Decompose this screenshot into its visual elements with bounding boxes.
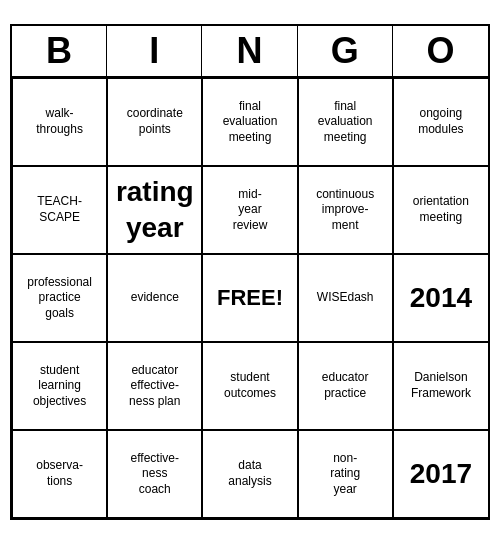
bingo-cell: FREE! — [202, 254, 297, 342]
bingo-cell: finalevaluationmeeting — [202, 78, 297, 166]
bingo-cell: observa-tions — [12, 430, 107, 518]
bingo-cell: studentlearningobjectives — [12, 342, 107, 430]
bingo-cell: DanielsonFramework — [393, 342, 488, 430]
bingo-card: BINGO walk-throughscoordinatepointsfinal… — [10, 24, 490, 520]
bingo-cell: educatorpractice — [298, 342, 393, 430]
bingo-cell: walk-throughs — [12, 78, 107, 166]
bingo-cell: ongoingmodules — [393, 78, 488, 166]
bingo-cell: 2014 — [393, 254, 488, 342]
bingo-cell: coordinatepoints — [107, 78, 202, 166]
bingo-cell: continuousimprove-ment — [298, 166, 393, 254]
bingo-cell: TEACH-SCAPE — [12, 166, 107, 254]
bingo-header: BINGO — [12, 26, 488, 78]
bingo-cell: non-ratingyear — [298, 430, 393, 518]
header-letter: O — [393, 26, 488, 76]
bingo-cell: orientationmeeting — [393, 166, 488, 254]
bingo-cell: effective-nesscoach — [107, 430, 202, 518]
bingo-cell: ratingyear — [107, 166, 202, 254]
bingo-grid: walk-throughscoordinatepointsfinalevalua… — [12, 78, 488, 518]
header-letter: N — [202, 26, 297, 76]
bingo-cell: educatoreffective-ness plan — [107, 342, 202, 430]
bingo-cell: mid-yearreview — [202, 166, 297, 254]
bingo-cell: studentoutcomes — [202, 342, 297, 430]
bingo-cell: 2017 — [393, 430, 488, 518]
header-letter: I — [107, 26, 202, 76]
bingo-cell: WISEdash — [298, 254, 393, 342]
header-letter: G — [298, 26, 393, 76]
bingo-cell: dataanalysis — [202, 430, 297, 518]
bingo-cell: evidence — [107, 254, 202, 342]
header-letter: B — [12, 26, 107, 76]
bingo-cell: finalevaluationmeeting — [298, 78, 393, 166]
bingo-cell: professionalpracticegoals — [12, 254, 107, 342]
